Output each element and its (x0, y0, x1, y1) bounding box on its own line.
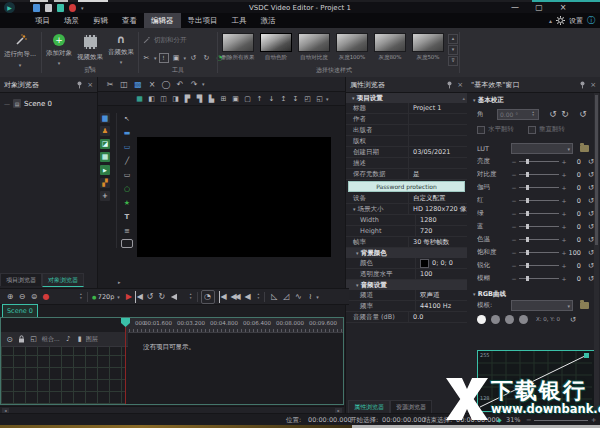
gallery-down-icon[interactable]: ▾ (448, 45, 458, 55)
close-panel-icon[interactable]: × (457, 81, 463, 89)
scissors-caret-icon[interactable]: ▾ (154, 55, 157, 61)
sharpen-slider[interactable] (519, 265, 559, 266)
preview-canvas[interactable] (137, 137, 331, 257)
gamma-slider[interactable] (519, 187, 559, 188)
prop-description-value[interactable] (408, 158, 467, 168)
flip-vertical-checkbox[interactable] (528, 126, 536, 134)
prop-title-value[interactable]: Project 1 (408, 103, 467, 113)
counter-tool-icon[interactable]: ≡ (122, 225, 133, 236)
bring-to-front-icon[interactable]: ↥ (278, 93, 289, 104)
play-icon[interactable]: ▶ (123, 291, 135, 303)
track-bar-icon[interactable]: ▮ (77, 334, 83, 345)
align-middle-icon[interactable]: ▜ (194, 93, 205, 104)
rotate-right-icon[interactable]: ↻ (559, 108, 571, 120)
tab-properties-explorer[interactable]: 属性浏览器 (348, 400, 390, 413)
channel-red-button[interactable] (491, 315, 500, 324)
align-top-icon[interactable]: ▛ (182, 93, 193, 104)
prop-frequency-value[interactable]: 44100 Hz (415, 301, 467, 311)
deselect-icon[interactable]: ◯ (160, 78, 172, 90)
movement-tool-icon[interactable]: + (100, 191, 110, 201)
video-effects-button[interactable]: 视频效果 ▾ (75, 34, 105, 70)
volume-icon[interactable]: ▶ (168, 291, 180, 303)
add-image-icon[interactable]: ◪ (100, 139, 110, 149)
add-object-button[interactable]: + 添加对象 ▾ (44, 34, 74, 66)
green-slider[interactable] (519, 213, 559, 214)
gallery-up-icon[interactable]: ▴ (448, 34, 458, 44)
ellipse-tool-icon[interactable]: ○ (122, 183, 133, 194)
corner-tool-icon[interactable]: ◺ (268, 291, 280, 303)
crop-icon[interactable]: ▣ (171, 52, 182, 63)
tab-tools[interactable]: 工具 (225, 13, 254, 28)
style-grayscale-80[interactable]: 灰度80% (372, 33, 408, 61)
template-dropdown[interactable]: ▾ (511, 300, 573, 311)
new-project-icon[interactable] (33, 4, 40, 12)
curve-reset-icon[interactable]: ↺ (570, 315, 576, 324)
style-grayscale-50[interactable]: 灰度50% (410, 33, 446, 61)
add-video-icon[interactable]: ▦ (100, 152, 110, 162)
audio-settings-section[interactable]: ▾ 音频设置 (346, 280, 467, 290)
chart-tool-icon[interactable]: ▆ (100, 113, 110, 123)
tab-view[interactable]: 查看 (115, 13, 144, 28)
align-bottom-icon[interactable]: ▙ (206, 93, 217, 104)
prop-height-value[interactable]: 720 (415, 226, 467, 236)
rectangle-filled-tool-icon[interactable]: ▬ (122, 127, 133, 138)
style-auto-contrast[interactable]: 自动对比度 (296, 33, 332, 61)
rotate-ccw-icon[interactable]: ↺ (188, 52, 199, 63)
minimize-button[interactable]: — (506, 3, 524, 12)
fit-height-icon[interactable]: ▢ (242, 93, 253, 104)
brightness-slider[interactable] (519, 161, 559, 162)
timeline-scene-tab[interactable]: Scene 0 (2, 304, 38, 318)
prop-publisher-value[interactable] (408, 125, 467, 135)
wave-tool-icon[interactable]: ∿ (292, 291, 304, 303)
run-wizard-button[interactable]: 运行向导... ▾ (0, 34, 40, 68)
playbar-more-caret-icon[interactable]: ▾ (316, 294, 319, 300)
pin-icon[interactable] (76, 81, 83, 89)
project-settings-section[interactable]: ▾ 项目设置 (346, 93, 467, 103)
line-tool-icon[interactable]: ╱ (122, 155, 133, 166)
remove-scene-icon[interactable]: ⊖ (16, 291, 28, 303)
jump-start-icon[interactable]: ◀ (219, 291, 228, 303)
lut-folder-icon[interactable] (580, 145, 589, 152)
close-panel-icon[interactable]: × (87, 81, 93, 89)
close-panel-icon[interactable]: × (590, 81, 596, 89)
align-center-icon[interactable]: ◫ (158, 93, 169, 104)
refresh-icon[interactable]: ↻ (156, 291, 168, 303)
sprite-tool-icon[interactable]: ♟ (100, 126, 110, 136)
angle-spinner[interactable]: 0.00 °▴▾ (497, 109, 539, 120)
scene-menu-icon[interactable]: ⊜ (28, 291, 40, 303)
pin-icon[interactable] (446, 81, 453, 89)
rotate-cw-icon[interactable]: ↻ (201, 52, 212, 63)
blur-slider[interactable] (519, 278, 559, 279)
template-folder-icon[interactable] (580, 302, 589, 309)
timeline-playhead[interactable] (125, 318, 126, 404)
send-backward-icon[interactable]: ↓ (266, 93, 277, 104)
quick-access-caret-icon[interactable]: ▾ (81, 5, 84, 11)
ungroup-icon[interactable]: ◱ (314, 93, 325, 104)
add-animation-icon[interactable]: ▶ (100, 165, 110, 175)
prop-metadata-value[interactable]: 是 (408, 169, 467, 179)
rgb-curves-section[interactable]: ▾ RGB曲线 (467, 289, 600, 299)
crop-caret-icon[interactable]: ▾ (184, 55, 187, 61)
toolbar2-more-caret-icon[interactable]: ▾ (326, 96, 329, 102)
info-icon[interactable]: ⓘ (587, 15, 595, 26)
snap-grid-icon[interactable]: ▦ (134, 93, 145, 104)
prop-volume-value[interactable]: 0.0 (408, 312, 467, 322)
corner-tool2-icon[interactable]: ◿ (280, 291, 292, 303)
track-audio-icon[interactable]: ♪ (63, 334, 74, 345)
bring-forward-icon[interactable]: ↑ (254, 93, 265, 104)
prop-copyright-value[interactable] (408, 136, 467, 146)
track-grid[interactable] (1, 346, 125, 404)
fit-width-icon[interactable]: ▣ (230, 93, 241, 104)
saturation-slider[interactable] (519, 252, 559, 253)
tab-project[interactable]: 项目 (28, 13, 57, 28)
loop-icon[interactable]: ↺ (144, 291, 156, 303)
curve-tool-icon[interactable]: ≀ (304, 291, 316, 303)
record-icon[interactable]: ● (40, 291, 52, 303)
temperature-slider[interactable] (519, 239, 559, 240)
paste-icon[interactable]: ▩ (132, 78, 144, 90)
tab-export-project[interactable]: 导出项目 (181, 13, 225, 28)
channel-all-button[interactable] (477, 315, 486, 324)
cut-icon[interactable]: ✂ (104, 78, 116, 90)
timeline-ruler[interactable]: 000 00:01.600 00:03.200 00:04.800 00:06.… (125, 318, 343, 333)
style-auto-levels[interactable]: 自动色阶 (258, 33, 294, 61)
